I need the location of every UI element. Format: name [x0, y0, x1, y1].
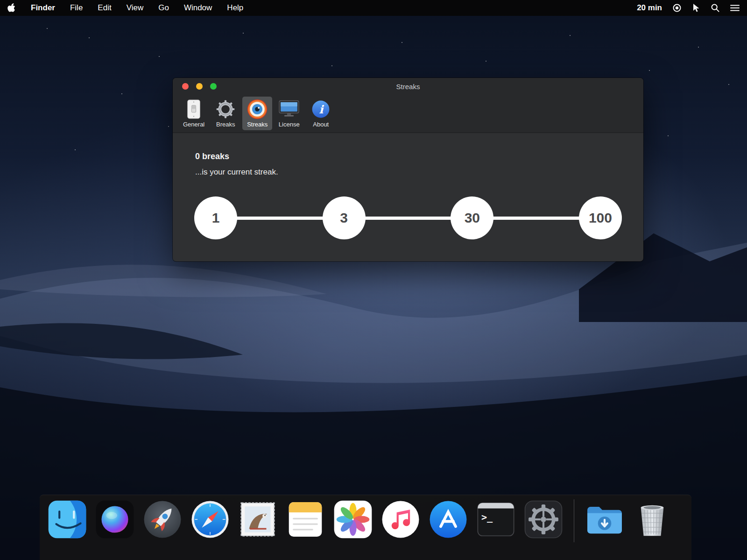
tab-license-label: License: [279, 121, 300, 128]
dock-separator: [574, 499, 574, 542]
eye-timer-icon[interactable]: [672, 3, 682, 13]
trash-icon[interactable]: [632, 499, 672, 539]
pointer-icon[interactable]: [692, 3, 700, 13]
tab-general[interactable]: General: [179, 97, 209, 130]
menu-go[interactable]: Go: [158, 3, 169, 13]
siri-icon[interactable]: [95, 499, 135, 539]
tab-streaks-label: Streaks: [247, 121, 268, 128]
tab-license[interactable]: License: [274, 97, 304, 130]
menu-window[interactable]: Window: [184, 3, 212, 13]
launchpad-icon[interactable]: [142, 499, 183, 539]
menu-bar: Finder File Edit View Go Window Help 20 …: [0, 0, 747, 16]
break-timer-label[interactable]: 20 min: [637, 3, 662, 13]
eye-app-icon: [247, 98, 268, 120]
terminal-icon[interactable]: >_: [476, 499, 516, 539]
app-store-icon[interactable]: [428, 499, 468, 539]
menu-view[interactable]: View: [127, 3, 144, 13]
zoom-button[interactable]: [210, 83, 217, 90]
milestone-1: 1: [194, 196, 237, 239]
menu-app-name[interactable]: Finder: [31, 3, 55, 13]
tab-about-label: About: [313, 121, 329, 128]
milestone-track: [216, 217, 600, 220]
milestone-progress: 1 3 30 100: [194, 196, 622, 239]
photos-icon[interactable]: [333, 499, 373, 539]
apple-menu-icon[interactable]: [7, 3, 16, 13]
music-icon[interactable]: [381, 499, 421, 539]
streak-count: 0 breaks: [195, 152, 622, 161]
notes-icon[interactable]: [285, 499, 325, 539]
display-icon: [278, 98, 300, 120]
gear-app-icon[interactable]: [523, 499, 564, 539]
window-title: Streaks: [173, 83, 643, 91]
list-icon[interactable]: [730, 4, 740, 12]
close-button[interactable]: [182, 83, 189, 90]
tab-streaks[interactable]: Streaks: [242, 97, 272, 130]
menu-help[interactable]: Help: [227, 3, 243, 13]
info-icon: i: [310, 98, 331, 120]
terminal-glyph: >_: [481, 511, 493, 523]
tab-general-label: General: [183, 121, 204, 128]
minimize-button[interactable]: [196, 83, 203, 90]
finder-icon[interactable]: [47, 499, 87, 539]
downloads-folder-icon[interactable]: [585, 499, 625, 539]
milestone-30: 30: [451, 196, 493, 239]
milestone-3: 3: [323, 196, 366, 239]
gear-icon: [215, 98, 236, 120]
menu-edit[interactable]: Edit: [98, 3, 111, 13]
desktop-wallpaper: Finder File Edit View Go Window Help 20 …: [0, 0, 747, 560]
stars: [47, 28, 48, 29]
safari-icon[interactable]: [190, 499, 230, 539]
streak-caption: ...is your current streak.: [195, 168, 622, 177]
light-switch-icon: [183, 98, 204, 120]
mail-icon[interactable]: [238, 499, 278, 539]
streaks-panel: 0 breaks ...is your current streak. 1 3 …: [173, 133, 643, 239]
search-icon[interactable]: [711, 3, 720, 13]
tab-breaks[interactable]: Breaks: [211, 97, 240, 130]
menu-file[interactable]: File: [70, 3, 83, 13]
dock: >_: [40, 495, 691, 560]
milestone-100: 100: [579, 196, 622, 239]
tab-breaks-label: Breaks: [216, 121, 235, 128]
streaks-preferences-window: Streaks General: [173, 78, 643, 261]
window-titlebar[interactable]: Streaks: [173, 78, 643, 95]
tab-about[interactable]: i About: [306, 97, 336, 130]
preferences-toolbar: General: [173, 95, 643, 133]
